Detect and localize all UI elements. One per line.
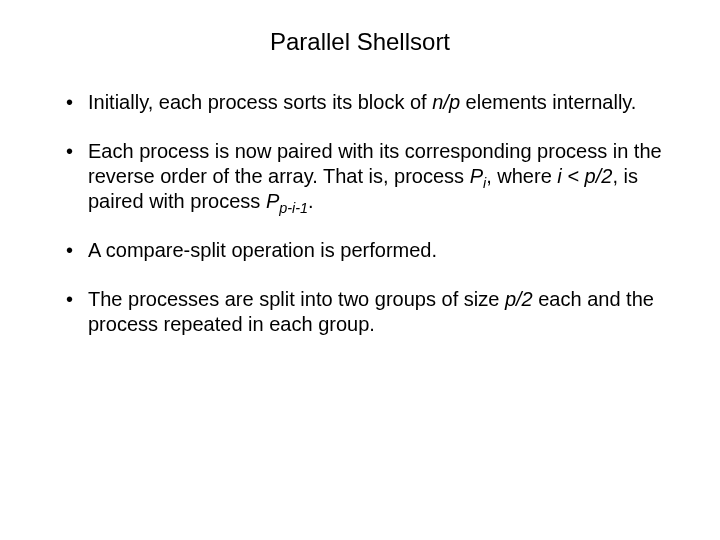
math-P: P [470, 165, 483, 187]
text-run: The processes are split into two groups … [88, 288, 505, 310]
list-item: Each process is now paired with its corr… [66, 139, 672, 214]
text-run: , where [486, 165, 557, 187]
bullet-list: Initially, each process sorts its block … [48, 90, 672, 337]
list-item: A compare-split operation is performed. [66, 238, 672, 263]
math-np: n/p [432, 91, 460, 113]
text-run: elements internally. [460, 91, 636, 113]
math-P: P [266, 190, 279, 212]
list-item: The processes are split into two groups … [66, 287, 672, 337]
math-cond: i < p/2 [557, 165, 612, 187]
text-run: A compare-split operation is performed. [88, 239, 437, 261]
slide-title: Parallel Shellsort [48, 28, 672, 56]
list-item: Initially, each process sorts its block … [66, 90, 672, 115]
text-run: . [308, 190, 314, 212]
subscript-pi1: p-i-1 [279, 200, 308, 216]
math-p2: p/2 [505, 288, 533, 310]
text-run: Initially, each process sorts its block … [88, 91, 432, 113]
